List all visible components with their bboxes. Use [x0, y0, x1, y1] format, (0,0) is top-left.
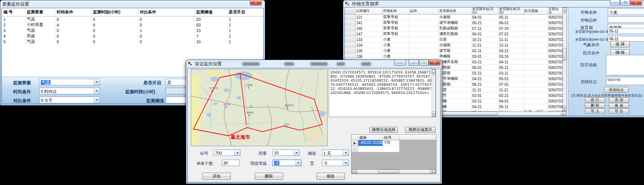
- column-header[interactable]: 发育期结束(月-日): [498, 7, 524, 15]
- table-row[interactable]: 4风速00071: [2, 33, 263, 39]
- column-header[interactable]: 防灾措施: [524, 7, 548, 15]
- redacted-smudge: [242, 62, 260, 66]
- element-combo[interactable]: 气温: [39, 79, 100, 85]
- table-row[interactable]: 121双季早稻分蘖期04-0105-115050701: [345, 15, 562, 20]
- column-header[interactable]: 时间条件: [55, 8, 91, 16]
- column-header[interactable]: 关联站点: [548, 7, 562, 15]
- threshold-combo[interactable]: 1 天: [322, 150, 349, 156]
- crop-window-titlebar[interactable]: 作物生育期库 ─ ❐ ✕: [343, 0, 644, 7]
- close-button[interactable]: ✕: [429, 60, 441, 66]
- grid-new-row[interactable]: *: [352, 146, 399, 152]
- guide-textarea[interactable]: [606, 55, 644, 75]
- table-row[interactable]: 136小麦孕穗期03-0103-155050703: [345, 54, 562, 59]
- intensity-to-combo[interactable]: -5: [322, 160, 349, 166]
- column-header[interactable]: 作物名称: [382, 7, 409, 15]
- scroll-down-icon[interactable]: ▼: [563, 106, 566, 111]
- column-header[interactable]: 对比条件: [138, 8, 194, 16]
- table-row[interactable]: 145双季早稻乳熟成熟期07-1107-205050701: [345, 26, 562, 31]
- row-new-icon: *: [352, 146, 358, 152]
- radar-window-titlebar[interactable]: 雷达监控设置 ⇔ ─ ❐ ✕: [186, 60, 442, 68]
- scroll-left-icon[interactable]: ◄: [352, 170, 358, 173]
- scroll-up-icon[interactable]: ▲: [563, 8, 566, 13]
- column-header[interactable]: 发育期开始(月-日): [471, 7, 498, 15]
- language-switch-button[interactable]: ⇔: [394, 60, 406, 66]
- chevron-down-icon[interactable]: [343, 160, 349, 166]
- scroll-up-icon[interactable]: ▲: [432, 70, 435, 75]
- table-row[interactable]: 147双季早稻灌浆乳熟期06-0107-015050701: [345, 31, 562, 37]
- column-header[interactable]: 监测时段(小时): [91, 8, 138, 16]
- hscroll-thumb[interactable]: [378, 170, 399, 173]
- language-switch-icon: ⇔: [399, 61, 402, 65]
- scroll-right-icon[interactable]: ►: [430, 170, 435, 173]
- station-textarea[interactable]: 5050705: [606, 77, 644, 85]
- add-button[interactable]: 添加: [202, 173, 231, 180]
- close-button[interactable]: ✕: [630, 0, 642, 6]
- grid-hscrollbar[interactable]: ◄ ►: [352, 169, 436, 173]
- chevron-down-icon[interactable]: [293, 150, 299, 156]
- compare-combo[interactable]: 0-大于: [39, 97, 100, 103]
- column-header[interactable]: 监测要素: [25, 8, 55, 16]
- column-header[interactable]: [345, 7, 355, 15]
- grid-col-coord[interactable]: 坐标: [358, 135, 383, 140]
- crop-name-combo[interactable]: 小麦: [608, 9, 644, 15]
- close-button[interactable]: ✕: [250, 0, 262, 6]
- crop-table-vscrollbar[interactable]: ▲ ▼: [562, 7, 567, 111]
- minimize-button[interactable]: ─: [408, 60, 419, 66]
- chevron-down-icon[interactable]: [93, 88, 99, 94]
- table-row[interactable]: 5气温000101: [2, 39, 263, 44]
- maximize-button[interactable]: ❐: [419, 60, 429, 66]
- coords-vscrollbar[interactable]: ▲ ▼: [432, 69, 436, 117]
- column-header[interactable]: 监测阈值: [194, 8, 227, 16]
- panel-button[interactable]: 导 入: [585, 109, 605, 113]
- grid-coord-value[interactable]: -45122.12238...: [358, 140, 383, 146]
- element-window-titlebar[interactable]: 要素监控设置 ✕: [0, 0, 265, 8]
- table-row[interactable]: 134小麦分蘖期11-2112-115050701: [345, 43, 562, 48]
- variety-combo[interactable]: [608, 16, 644, 23]
- cell-count-field[interactable]: 30: [222, 160, 240, 166]
- chevron-down-icon[interactable]: [93, 79, 99, 85]
- scroll-down-icon[interactable]: ▼: [432, 111, 435, 116]
- column-header[interactable]: 编 号: [2, 8, 25, 16]
- chevron-down-icon[interactable]: [295, 160, 301, 166]
- intensity-combo[interactable]: -5: [273, 160, 301, 166]
- delete-button[interactable]: 删除: [255, 173, 283, 180]
- weather-select-button[interactable]: 选 择: [610, 41, 630, 47]
- station-combo[interactable]: 700: [214, 150, 240, 156]
- grid-col-station[interactable]: 站号: [383, 135, 399, 140]
- add-station-button[interactable]: 添加站点: [604, 87, 629, 92]
- panel-button[interactable]: 统 计: [585, 97, 605, 102]
- panel-button[interactable]: 导 出: [609, 109, 629, 113]
- vscroll-thumb[interactable]: [563, 48, 566, 61]
- panel-button[interactable]: 删 除: [585, 103, 605, 108]
- modify-button[interactable]: 修改: [316, 173, 345, 180]
- minimize-button[interactable]: ─: [610, 0, 620, 6]
- scroll-right-icon[interactable]: ►: [561, 112, 566, 115]
- table-row[interactable]: 1气温000201: [2, 16, 263, 22]
- period-start-field[interactable]: 05-11: [608, 28, 644, 34]
- time-combo[interactable]: 0 时间点: [39, 88, 100, 94]
- table-row[interactable]: 133小麦出苗10-2111-115050701: [345, 37, 562, 43]
- warning-area-display-button[interactable]: 预警区域显示: [405, 127, 436, 133]
- region-map[interactable]: 永丰水库红旗泡三合屯查哈阳金边水库 嘉北海市: [191, 69, 328, 146]
- maximize-button[interactable]: ❐: [620, 0, 630, 6]
- table-row[interactable]: 3气温001101: [2, 28, 263, 33]
- chevron-down-icon[interactable]: [93, 97, 99, 103]
- grid-row[interactable]: ▶ -45122.12238... 770: [352, 140, 399, 146]
- table-row[interactable]: 2小时雨量400501: [2, 22, 263, 28]
- column-header[interactable]: 品种: [409, 7, 438, 15]
- map-place-label: 三合屯: [223, 103, 230, 106]
- rain-combo[interactable]: 10: [273, 150, 300, 156]
- region-coords-textarea[interactable]: 20491.0172034571, 905914.101175410, 6345…: [329, 69, 436, 117]
- column-header[interactable]: 记录编号: [355, 7, 382, 15]
- table-header-row: 编 号监测要素时间条件监测时段(小时)对比条件监测阈值是否开启: [2, 8, 263, 16]
- chevron-down-icon[interactable]: [343, 150, 349, 156]
- panel-button[interactable]: 修 改: [609, 103, 629, 108]
- chevron-down-icon[interactable]: [234, 150, 240, 156]
- column-header[interactable]: 是否开启: [227, 8, 263, 16]
- table-row[interactable]: 135小麦拔节期02-1103-215050701: [345, 48, 562, 54]
- column-header[interactable]: 发育期名称: [438, 7, 471, 15]
- panel-button[interactable]: 添 加: [609, 97, 629, 102]
- grid-station-value[interactable]: 770: [383, 140, 399, 146]
- table-row[interactable]: 141双季早稻拔节孕穗期05-2106-015050701: [345, 20, 562, 26]
- warning-area-select-button[interactable]: 预警区域选择: [369, 127, 398, 133]
